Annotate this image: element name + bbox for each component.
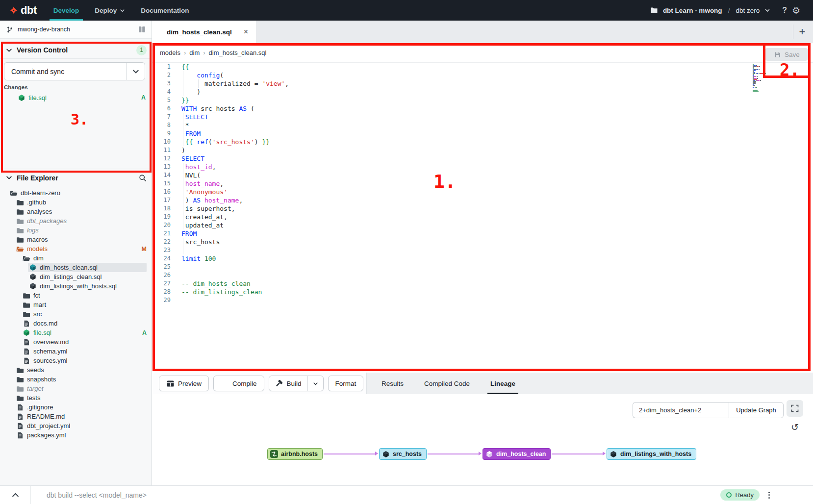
nav-item-develop[interactable]: Develop: [46, 0, 87, 21]
breadcrumb-models[interactable]: models: [160, 49, 180, 56]
code-line[interactable]: host_name,: [181, 179, 744, 188]
tree-item-packages-yml[interactable]: packages.yml: [0, 430, 152, 440]
tab-lineage[interactable]: Lineage: [487, 373, 518, 394]
git-branch-bar: mwong-dev-branch: [0, 21, 152, 39]
dbt-logo[interactable]: dbt: [0, 3, 46, 18]
changed-file-file-sql[interactable]: file.sqlA: [0, 93, 152, 102]
tree-item-overview-md[interactable]: overview.md: [0, 337, 152, 347]
code-line[interactable]: created_at,: [181, 213, 744, 221]
code-line[interactable]: ) AS host_name,: [181, 196, 744, 204]
tree-item-github[interactable]: .github: [0, 198, 152, 207]
breadcrumb-dim[interactable]: dim: [189, 49, 200, 56]
code-line[interactable]: [181, 263, 744, 271]
chevron-up-icon[interactable]: [0, 491, 30, 499]
tree-item-dim-listings-with-hosts-sql[interactable]: dim_listings_with_hosts.sql: [0, 281, 152, 291]
code-line[interactable]: SELECT: [181, 154, 744, 163]
file-explorer-header[interactable]: File Explorer: [0, 169, 152, 186]
environment-name[interactable]: dbt zero: [736, 7, 760, 14]
code-line[interactable]: updated_at: [181, 221, 744, 229]
code-line[interactable]: limit 100: [181, 254, 744, 263]
code-lines[interactable]: {{ config( materialized = 'view', )}}WIT…: [181, 63, 744, 304]
code-line[interactable]: is_superhost,: [181, 204, 744, 213]
tree-item-docs-md[interactable]: docs.md: [0, 319, 152, 328]
tree-item-dbt-project-yml[interactable]: dbt_project.yml: [0, 421, 152, 430]
tree-item-logs[interactable]: logs: [0, 226, 152, 235]
code-line[interactable]: }}: [181, 96, 744, 104]
project-name[interactable]: dbt Learn - mwong: [663, 7, 722, 14]
build-options-chevron-down-icon[interactable]: [307, 376, 323, 391]
code-line[interactable]: NVL(: [181, 171, 744, 179]
code-line[interactable]: host_id,: [181, 163, 744, 171]
tab-results[interactable]: Results: [379, 373, 406, 394]
search-icon[interactable]: [139, 174, 147, 182]
tree-item-snapshots[interactable]: snapshots: [0, 375, 152, 384]
breadcrumb-dim-hosts-clean-sql[interactable]: dim_hosts_clean.sql: [209, 49, 267, 56]
preview-button[interactable]: Preview: [159, 376, 209, 391]
tree-item-target[interactable]: target: [0, 384, 152, 393]
code-line[interactable]: -- dim_hosts_clean: [181, 279, 744, 288]
tree-item-fct[interactable]: fct: [0, 291, 152, 300]
code-line[interactable]: SELECT: [181, 113, 744, 121]
code-line[interactable]: WITH src_hosts AS (: [181, 104, 744, 113]
lineage-node-src-hosts[interactable]: src_hosts: [379, 448, 427, 460]
tree-item-mart[interactable]: mart: [0, 300, 152, 309]
tree-item-file-sql[interactable]: file.sqlA: [0, 328, 152, 337]
tree-item-analyses[interactable]: analyses: [0, 207, 152, 216]
tree-item-tests[interactable]: tests: [0, 393, 152, 403]
minimap[interactable]: [753, 64, 766, 93]
format-button[interactable]: Format: [328, 376, 364, 391]
code-line[interactable]: [181, 296, 744, 304]
tree-item-dbt-packages[interactable]: dbt_packages: [0, 216, 152, 226]
tree-item-dim-hosts-clean-sql[interactable]: dim_hosts_clean.sql: [0, 263, 152, 272]
save-button[interactable]: Save: [765, 48, 808, 61]
nav-item-documentation[interactable]: Documentation: [133, 0, 197, 21]
tree-item-seeds[interactable]: seeds: [0, 365, 152, 375]
commit-options-chevron-down-icon[interactable]: [126, 63, 145, 80]
compile-button[interactable]: Compile: [213, 376, 264, 391]
tree-item-gitignore[interactable]: .gitignore: [0, 403, 152, 412]
code-line[interactable]: 'Anonymous': [181, 188, 744, 196]
tree-item-dbt-learn-zero[interactable]: dbt-learn-zero: [0, 188, 152, 198]
lineage-node-dim-hosts-clean[interactable]: dim_hosts_clean: [483, 448, 551, 460]
help-icon[interactable]: ?: [782, 6, 787, 15]
tree-item-macros[interactable]: macros: [0, 235, 152, 244]
commit-and-sync-button[interactable]: Commit and sync: [4, 62, 145, 80]
code-line[interactable]: {{ ref('src_hosts') }}: [181, 138, 744, 146]
lineage-node-airbnb-hosts[interactable]: airbnb.hosts: [267, 448, 323, 460]
kebab-menu-icon[interactable]: [766, 490, 772, 501]
version-control-header[interactable]: Version Control 1: [0, 42, 152, 58]
code-line[interactable]: *: [181, 121, 744, 129]
code-line[interactable]: ): [181, 88, 744, 96]
code-line[interactable]: {{: [181, 63, 744, 71]
tree-item-sources-yml[interactable]: sources.yml: [0, 356, 152, 365]
branch-name[interactable]: mwong-dev-branch: [18, 26, 134, 33]
tree-item-dim-listings-clean-sql[interactable]: dim_listings_clean.sql: [0, 272, 152, 281]
new-tab-plus-icon[interactable]: +: [794, 21, 810, 43]
docs-book-icon[interactable]: [138, 26, 146, 33]
settings-gear-icon[interactable]: ⚙: [792, 6, 800, 15]
code-line[interactable]: FROM: [181, 129, 744, 138]
code-line[interactable]: ): [181, 146, 744, 154]
environment-chevron-down-icon[interactable]: [764, 7, 770, 13]
code-line[interactable]: materialized = 'view',: [181, 79, 744, 88]
command-input[interactable]: dbt build --select <model_name>: [30, 486, 720, 504]
nav-item-deploy[interactable]: Deploy: [87, 0, 133, 21]
code-line[interactable]: [181, 246, 744, 254]
lineage-node-dim-listings-with-hosts[interactable]: dim_listings_with_hosts: [607, 448, 696, 460]
tree-item-readme-md[interactable]: README.md: [0, 412, 152, 421]
tree-item-dim[interactable]: dim: [0, 253, 152, 263]
tab-dim-hosts-clean[interactable]: dim_hosts_clean.sql ×: [152, 21, 256, 43]
lineage-graph[interactable]: airbnb.hostssrc_hostsdim_hosts_cleandim_…: [152, 394, 813, 485]
code-line[interactable]: config(: [181, 71, 744, 79]
code-line[interactable]: FROM: [181, 229, 744, 238]
close-icon[interactable]: ×: [244, 28, 248, 36]
tree-item-schema-yml[interactable]: schema.yml: [0, 347, 152, 356]
code-line[interactable]: -- dim_listings_clean: [181, 288, 744, 296]
tree-item-models[interactable]: modelsM: [0, 244, 152, 253]
tab-compiled-code[interactable]: Compiled Code: [421, 373, 473, 394]
code-editor[interactable]: 1234567891011121314151617181920212223242…: [152, 63, 813, 373]
code-line[interactable]: [181, 271, 744, 279]
tree-item-src[interactable]: src: [0, 309, 152, 319]
code-line[interactable]: src_hosts: [181, 238, 744, 246]
build-button[interactable]: Build: [269, 376, 307, 391]
